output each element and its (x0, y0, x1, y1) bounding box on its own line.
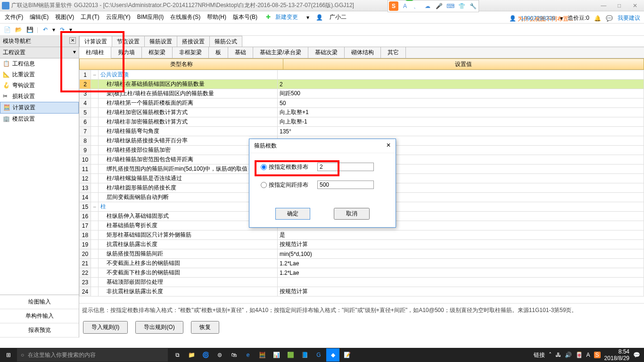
ime-logo-icon[interactable]: S (389, 1, 398, 11)
grid-row[interactable]: 5 柱/墙柱加密区箍筋根数计算方式向上取整+1 (80, 108, 644, 117)
grid-row[interactable]: 18 矩形柱基础锚固区只计算外侧箍筋是 (80, 230, 644, 240)
grid-row[interactable]: 24 非抗震柱纵筋露出长度按规范计算 (80, 287, 644, 296)
tray-up-icon[interactable]: ˄ (549, 352, 552, 358)
grid-row[interactable]: 1−公共设置项 (80, 70, 644, 80)
row-value[interactable]: 按规范计算 (278, 287, 644, 296)
nav-item[interactable]: 🧮计算设置 (0, 102, 79, 114)
menu-online[interactable]: 在线服务(S) (168, 12, 202, 22)
dialog-titlebar[interactable]: 箍筋根数 ✕ (249, 139, 396, 153)
row-value[interactable]: 向上取整+1 (278, 108, 644, 117)
menu-view[interactable]: 视图(V) (53, 12, 76, 22)
user-phone[interactable]: 13907298339 (521, 15, 555, 22)
cancel-button[interactable]: 取消 (334, 208, 370, 220)
grid-row[interactable]: 4 柱/墙柱第一个箍筋距楼板面的距离50 (80, 99, 644, 108)
radio-by-spacing[interactable]: 按指定间距排布 (261, 181, 313, 189)
task-app-4[interactable]: 🛍 (227, 348, 240, 362)
row-value[interactable]: 是 (278, 230, 644, 240)
task-app-2[interactable]: 🌀 (199, 348, 212, 362)
task-app-9[interactable]: G (312, 348, 325, 362)
row-value[interactable]: 按规范计算 (278, 240, 644, 249)
menu-user-icon[interactable]: 👤 (314, 13, 325, 22)
sub-tab[interactable]: 柱/墙柱 (79, 47, 111, 58)
nav-item[interactable]: 📐比重设置 (0, 69, 79, 80)
radio-by-count[interactable]: 按指定根数排布 (261, 163, 313, 171)
nav-bottom-report[interactable]: 报表预览 (0, 323, 79, 337)
new-change-button[interactable]: ✚新建变更 (262, 12, 302, 22)
task-app-11[interactable]: 📝 (340, 348, 354, 362)
row-value[interactable] (278, 70, 644, 80)
row-value[interactable]: 50 (278, 99, 644, 108)
ime-a-icon[interactable]: A (400, 1, 410, 11)
taskbar-search[interactable]: ○ 在这里输入你要搜索的内容 (17, 348, 168, 362)
task-view-icon[interactable]: ⧉ (171, 348, 184, 362)
undo-drop-icon[interactable]: ▾ (52, 26, 55, 33)
menu-cloud[interactable]: 云应用(Y) (104, 12, 132, 22)
menu-file[interactable]: 文件(F) (3, 12, 25, 22)
row-expand-icon[interactable]: − (91, 70, 99, 80)
nav-bottom-draw[interactable]: 绘图输入 (0, 295, 79, 309)
sub-tab[interactable]: 基础 (228, 47, 253, 58)
grid-row[interactable]: 19 抗震柱纵筋露出长度按规范计算 (80, 240, 644, 249)
nav-item[interactable]: ✂损耗设置 (0, 91, 79, 102)
sub-tab[interactable]: 框架梁 (142, 47, 173, 58)
open-icon[interactable]: 📂 (14, 25, 23, 34)
row-value[interactable] (278, 278, 644, 287)
row-expand-icon[interactable]: − (91, 202, 99, 212)
start-button[interactable]: ⊞ (0, 352, 17, 358)
main-tab[interactable]: 箍筋公式 (209, 36, 242, 47)
bell-icon[interactable]: 🔔 (594, 15, 601, 22)
row-value[interactable]: 间距500 (278, 89, 644, 99)
task-edge[interactable]: e (241, 348, 255, 362)
nav-close-icon[interactable]: ✕ (69, 37, 76, 44)
sub-tab[interactable]: 其它 (381, 47, 406, 58)
sub-tab[interactable]: 剪力墙 (111, 47, 142, 58)
ime-punct-icon[interactable]: 、 (412, 1, 421, 11)
dialog-close-icon[interactable]: ✕ (386, 142, 391, 150)
menu-help[interactable]: 帮助(H) (205, 12, 228, 22)
task-app-5[interactable]: 🧮 (256, 348, 269, 362)
ime-mic-icon[interactable]: 🎤 (434, 1, 444, 11)
count-input[interactable] (317, 163, 374, 171)
radio-by-count-input[interactable] (261, 164, 267, 170)
task-app-7[interactable]: 🟩 (284, 348, 297, 362)
spacing-input[interactable] (317, 181, 374, 189)
main-tab[interactable]: 搭接设置 (177, 36, 210, 47)
sub-tab[interactable]: 非框架梁 (173, 47, 209, 58)
grid-row[interactable]: 20 纵筋搭接范围箍筋间距min(5*d,100) (80, 249, 644, 259)
row-value[interactable]: 向上取整-1 (278, 117, 644, 127)
task-app-3[interactable]: ⊜ (213, 348, 226, 362)
grid-row[interactable]: 2 柱/墙柱在基础插筋锚固区内的箍筋数量2 (80, 80, 644, 89)
tray-link[interactable]: 链接 (534, 351, 545, 359)
newchange-drop-icon[interactable]: ▾ (305, 13, 311, 22)
user-avatar-icon[interactable]: 👤 (509, 15, 516, 22)
tray-clock[interactable]: 8:54 2018/8/29 (604, 348, 629, 362)
task-app-6[interactable]: 📊 (270, 348, 283, 362)
nav-subheader[interactable]: 工程设置 ▾ (0, 47, 79, 58)
grid-row[interactable]: 21 不变截面上柱多出的钢筋锚固1.2*Lae (80, 259, 644, 268)
grid-row[interactable]: 6 柱/墙柱非加密箍筋根数计算方式向上取整-1 (80, 117, 644, 127)
nav-item[interactable]: 🏢楼层设置 (0, 114, 79, 124)
maximize-button[interactable]: □ (612, 2, 627, 9)
ime-cloud-icon[interactable]: ☁ (423, 1, 432, 11)
close-button[interactable]: ✕ (628, 2, 642, 9)
save-icon[interactable]: 💾 (25, 25, 34, 34)
redo-drop-icon[interactable]: ▾ (69, 26, 72, 33)
nav-bottom-single[interactable]: 单构件输入 (0, 309, 79, 323)
main-tab[interactable]: 箍筋设置 (144, 36, 177, 47)
task-app-1[interactable]: 📁 (185, 348, 198, 362)
import-rules-button[interactable]: 导入规则(I) (83, 321, 128, 334)
restore-button[interactable]: 恢复 (191, 321, 219, 334)
row-value[interactable]: 2 (278, 80, 644, 89)
tray-lang-icon[interactable]: 🀄 (576, 352, 583, 358)
main-tab[interactable]: 节点设置 (112, 36, 145, 47)
new-icon[interactable]: 📄 (3, 25, 11, 34)
redo-icon[interactable]: ↷ (58, 25, 66, 34)
tray-notif-icon[interactable]: 💬 (633, 352, 640, 358)
row-value[interactable]: 135° (278, 127, 644, 136)
tray-net-icon[interactable]: 🖧 (555, 352, 561, 358)
row-value[interactable]: min(5*d,100) (278, 249, 644, 259)
sub-tab[interactable]: 砌体结构 (345, 47, 381, 58)
grid-row[interactable]: 22 不变截面下柱多出的钢筋锚固1.2*Lae (80, 268, 644, 278)
minimize-button[interactable]: — (596, 2, 611, 9)
grid-row[interactable]: 7 柱/墙柱箍筋弯勾角度135° (80, 127, 644, 136)
